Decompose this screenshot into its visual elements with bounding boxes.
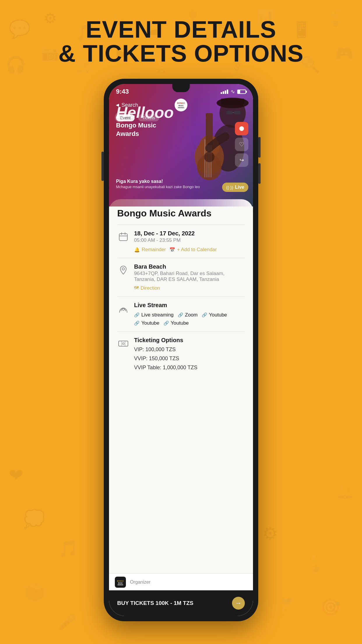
record-fab[interactable] [235,122,248,135]
status-icons: ∿ [221,88,246,95]
notch [172,84,190,92]
live-stream-title: Live Stream [134,302,245,309]
hero-cta-title: Piga Kura yako sasa! [116,179,200,184]
live-stream-content: Live Stream 🔗 Live streaming 🔗 Zoom [134,302,245,326]
share-icon: ↪ [240,157,244,163]
hero-cta: Piga Kura yako sasa! Mchague msanii unay… [116,179,200,189]
zoom-link[interactable]: 🔗 Zoom [178,312,198,318]
remainder-button[interactable]: 🔔 Remainder [134,247,166,253]
youtube-link-1[interactable]: 🔗 Youtube [202,312,227,318]
share-fab[interactable]: ↪ [235,153,248,167]
svg-text:AWARDS: AWARDS [117,584,123,586]
time-range: 05:00 AM - 23:55 PM [134,237,245,243]
map-icon: 🗺 [134,286,139,291]
svg-text:MUSIC: MUSIC [118,582,123,584]
bongo-logo: BONGO MUSIC AWARDS [175,99,187,111]
add-calendar-icon: 📅 [169,247,175,253]
volume-down-button[interactable] [258,163,261,184]
page-title: EVENT DETAILS & TICKETS OPTIONS [0,18,362,65]
venue-section: Bara Beach 9643+7QP, Bahari Road, Dar es… [117,263,245,291]
power-button[interactable] [101,152,104,181]
ticketing-title: Ticketing Options [134,337,245,344]
live-streaming-link[interactable]: 🔗 Live streaming [134,312,174,318]
calendar-icon [117,231,129,243]
status-time: 9:43 [116,88,129,95]
ticketing-section: Ticketing Options VIP: 100,000 TZS VVIP:… [117,337,245,371]
buy-tickets-arrow[interactable]: → [232,597,245,610]
buy-tickets-label: BUY TICKETS 100K - 1M TZS [117,600,193,606]
fab-container: ♡ ↪ [235,122,248,167]
date-time-section: 18, Dec - 17 Dec, 2022 05:00 AM - 23:55 … [117,230,245,253]
live-stream-section: Live Stream 🔗 Live streaming 🔗 Zoom [117,302,245,326]
link-icon-5: 🔗 [164,321,169,326]
svg-point-54 [122,268,124,270]
top-bar: ◄ Search BONGO MUSIC AWARDS [109,99,253,111]
venue-actions: 🗺 Direction [134,285,245,291]
arrow-right-icon: → [235,599,242,607]
svg-text:BONGO: BONGO [117,580,124,582]
volume-up-button[interactable] [258,137,261,158]
organizer-label: Organizer [130,580,150,585]
divider-2 [117,258,245,258]
venue-content: Bara Beach 9643+7QP, Bahari Road, Dar es… [134,263,245,291]
vvip-table-option: VVIP Table: 1,000,000 TZS [134,365,245,371]
back-icon: ← [117,114,123,121]
svg-rect-50 [119,234,127,241]
heart-fab[interactable]: ♡ [235,138,248,151]
signal-indicator [221,90,228,94]
back-button[interactable]: ← [115,112,125,123]
live-indicator: ((·)) [226,185,233,190]
bottom-organizer-bar: BONGO MUSIC AWARDS Organizer [109,573,253,590]
link-icon-1: 🔗 [134,312,140,318]
divider-1 [117,225,245,225]
org-logo: BONGO MUSIC AWARDS [115,577,126,588]
venue-name: Bara Beach [134,263,245,270]
search-label[interactable]: ◄ Search [115,102,138,108]
svg-rect-56 [119,341,128,346]
svg-text:AWARDS: AWARDS [178,107,184,108]
date-range: 18, Dec - 17 Dec, 2022 [134,230,245,237]
ticketing-content: Ticketing Options VIP: 100,000 TZS VVIP:… [134,337,245,371]
date-time-content: 18, Dec - 17 Dec, 2022 05:00 AM - 23:55 … [134,230,245,253]
add-calendar-button[interactable]: 📅 + Add to Calendar [169,247,217,253]
svg-point-57 [122,343,124,344]
vvip-option: VVIP: 150,000 TZS [134,356,245,362]
bongo-logo-icon: BONGO MUSIC AWARDS [175,99,187,111]
svg-point-45 [204,152,215,162]
link-icon-4: 🔗 [134,321,140,326]
remainder-icon: 🔔 [134,247,140,253]
ticket-icon [117,337,129,350]
live-label: Live [235,185,244,190]
direction-button[interactable]: 🗺 Direction [134,285,160,291]
youtube-link-3[interactable]: 🔗 Youtube [164,320,189,326]
svg-text:MUSIC: MUSIC [178,105,184,106]
svg-text:BONGO: BONGO [177,102,185,104]
date-actions: 🔔 Remainder 📅 + Add to Calendar [134,247,245,253]
event-title: Bongo Music Awards [117,208,245,219]
link-icon-2: 🔗 [178,312,183,318]
phone-shell: 9:43 ∿ [104,79,258,621]
content-panel: Bongo Music Awards 18, Dec - 17 Dec, 202 [109,199,253,616]
hero-cta-subtitle: Mchague msanii unayekubali kazi zake Bon… [116,185,200,189]
stream-links-row-2: 🔗 Youtube 🔗 Youtube [134,320,245,326]
hero-subtitle: Bongo Music Awards [116,121,174,138]
live-badge[interactable]: ((·)) Live [222,183,248,192]
divider-3 [117,296,245,297]
location-icon [117,264,129,276]
vip-option: VIP: 100,000 TZS [134,346,245,353]
battery-icon [237,90,246,94]
phone-screen: 9:43 ∿ [109,84,253,616]
hero-section: 9:43 ∿ [109,84,253,206]
broadcast-icon [117,302,129,315]
venue-address: 9643+7QP, Bahari Road, Dar es Salaam, Ta… [134,271,245,282]
wifi-icon: ∿ [231,88,235,95]
buy-tickets-bar[interactable]: BUY TICKETS 100K - 1M TZS → [109,590,253,616]
heart-icon: ♡ [239,141,244,148]
phone-wrapper: 9:43 ∿ [104,79,258,621]
stream-links-row-1: 🔗 Live streaming 🔗 Zoom 🔗 Youtube [134,312,245,318]
youtube-link-2[interactable]: 🔗 Youtube [134,320,159,326]
link-icon-3: 🔗 [202,312,207,318]
tab-tickets[interactable]: Tickets [138,114,159,121]
divider-4 [117,331,245,332]
svg-rect-44 [206,113,213,145]
